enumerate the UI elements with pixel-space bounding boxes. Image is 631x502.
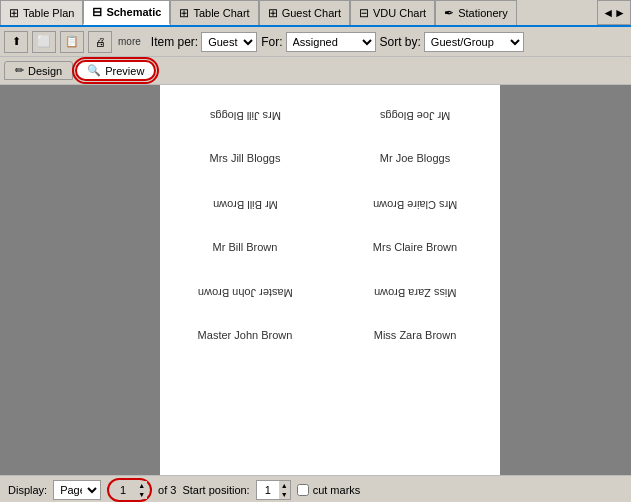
start-position-box: ▲ ▼ <box>256 480 291 500</box>
scroll-left-icon: ◄ <box>602 6 614 20</box>
toolbar-icon-btn-1[interactable]: ⬆ <box>4 31 28 53</box>
tab-spacer <box>517 0 598 25</box>
name-text-1b-normal: Mr Joe Bloggs <box>380 151 450 165</box>
stationery-icon: ✒ <box>444 6 454 20</box>
toolbar-icon-btn-3[interactable]: 📋 <box>60 31 84 53</box>
main-content: Mrs Jill Bloggs Mr Joe Bloggs Mrs Jill B… <box>0 85 631 475</box>
view-tabs-bar: ✏ Design 🔍 Preview <box>0 57 631 85</box>
name-text-1a-flipped: Mrs Jill Bloggs <box>210 109 281 123</box>
tab-preview[interactable]: 🔍 Preview <box>75 60 156 81</box>
start-position-input[interactable] <box>257 481 279 499</box>
vdu-chart-icon: ⊟ <box>359 6 369 20</box>
display-label: Display: <box>8 484 47 496</box>
name-row-3-normal: Master John Brown Miss Zara Brown <box>160 328 500 342</box>
name-row-1-flipped: Mrs Jill Bloggs Mr Joe Bloggs <box>160 109 500 123</box>
print-icon: 🖨 <box>95 36 106 48</box>
side-panel-right <box>500 85 600 475</box>
tab-guest-chart[interactable]: ⊞ Guest Chart <box>259 0 350 25</box>
tab-stationery[interactable]: ✒ Stationery <box>435 0 517 25</box>
start-position-up-button[interactable]: ▲ <box>279 481 290 490</box>
name-card-1a-normal: Mrs Jill Bloggs <box>175 151 315 165</box>
table-chart-icon: ⊞ <box>179 6 189 20</box>
name-card-1b-flipped: Mr Joe Bloggs <box>345 109 485 123</box>
paste-icon: 📋 <box>65 35 79 48</box>
sort-by-select[interactable]: Guest/Group <box>424 32 524 52</box>
save-icon: ⬆ <box>12 35 21 48</box>
tab-vdu-chart[interactable]: ⊟ VDU Chart <box>350 0 435 25</box>
name-text-3a-flipped: Master John Brown <box>198 286 293 300</box>
design-icon: ✏ <box>15 64 24 77</box>
name-text-2b-flipped: Mrs Claire Brown <box>373 198 457 212</box>
name-card-2b-normal: Mrs Claire Brown <box>345 240 485 254</box>
item-per-group: Item per: Guest <box>151 32 257 52</box>
cut-marks-checkbox[interactable] <box>297 484 309 496</box>
tab-table-chart-label: Table Chart <box>193 7 249 19</box>
side-panel-left <box>0 85 160 475</box>
page-of-label: of 3 <box>158 484 176 496</box>
name-card-3b-flipped: Miss Zara Brown <box>345 286 485 300</box>
name-card-3b-normal: Miss Zara Brown <box>345 328 485 342</box>
more-label: more <box>118 36 141 47</box>
name-card-2b-flipped: Mrs Claire Brown <box>345 198 485 212</box>
tab-guest-chart-label: Guest Chart <box>282 7 341 19</box>
guest-chart-icon: ⊞ <box>268 6 278 20</box>
cut-marks-area: cut marks <box>297 484 361 496</box>
start-position-label: Start position: <box>182 484 249 496</box>
tab-preview-label: Preview <box>105 65 144 77</box>
display-select[interactable]: Page <box>53 480 101 500</box>
for-group: For: Assigned <box>261 32 375 52</box>
page-spin-arrows: ▲ ▼ <box>136 481 147 499</box>
preview-icon: 🔍 <box>87 64 101 77</box>
name-row-3-flipped: Master John Brown Miss Zara Brown <box>160 286 500 300</box>
name-row-1-normal: Mrs Jill Bloggs Mr Joe Bloggs <box>160 151 500 165</box>
tab-bar: ⊞ Table Plan ⊟ Schematic ⊞ Table Chart ⊞… <box>0 0 631 27</box>
name-card-1a-flipped: Mrs Jill Bloggs <box>175 109 315 123</box>
toolbar-icon-btn-4[interactable]: 🖨 <box>88 31 112 53</box>
name-text-2b-normal: Mrs Claire Brown <box>373 240 457 254</box>
tab-vdu-chart-label: VDU Chart <box>373 7 426 19</box>
name-text-1b-flipped: Mr Joe Bloggs <box>380 109 450 123</box>
cut-marks-label: cut marks <box>313 484 361 496</box>
name-text-3b-normal: Miss Zara Brown <box>374 328 457 342</box>
name-text-3b-flipped: Miss Zara Brown <box>374 286 457 300</box>
name-card-1b-normal: Mr Joe Bloggs <box>345 151 485 165</box>
name-card-3a-flipped: Master John Brown <box>175 286 315 300</box>
page-number-input[interactable] <box>112 481 134 499</box>
name-card-2a-flipped: Mr Bill Brown <box>175 198 315 212</box>
tab-schematic-label: Schematic <box>106 6 161 18</box>
table-plan-icon: ⊞ <box>9 6 19 20</box>
tab-schematic[interactable]: ⊟ Schematic <box>83 0 170 25</box>
name-text-2a-normal: Mr Bill Brown <box>213 240 278 254</box>
name-text-3a-normal: Master John Brown <box>198 328 293 342</box>
paper-page: Mrs Jill Bloggs Mr Joe Bloggs Mrs Jill B… <box>160 85 500 475</box>
tab-table-chart[interactable]: ⊞ Table Chart <box>170 0 258 25</box>
tab-stationery-label: Stationery <box>458 7 508 19</box>
toolbar: ⬆ ⬜ 📋 🖨 more Item per: Guest For: Assign… <box>0 27 631 57</box>
page-up-button[interactable]: ▲ <box>136 481 147 490</box>
name-text-1a-normal: Mrs Jill Bloggs <box>210 151 281 165</box>
tab-scroll-arrows[interactable]: ◄ ► <box>597 0 631 25</box>
tab-table-plan-label: Table Plan <box>23 7 74 19</box>
for-label: For: <box>261 35 282 49</box>
name-row-2-flipped: Mr Bill Brown Mrs Claire Brown <box>160 198 500 212</box>
item-per-label: Item per: <box>151 35 198 49</box>
item-per-select[interactable]: Guest <box>201 32 257 52</box>
start-position-spin-arrows: ▲ ▼ <box>279 481 290 499</box>
tab-table-plan[interactable]: ⊞ Table Plan <box>0 0 83 25</box>
start-position-down-button[interactable]: ▼ <box>279 490 290 499</box>
name-card-2a-normal: Mr Bill Brown <box>175 240 315 254</box>
scroll-right-icon: ► <box>614 6 626 20</box>
status-bar: Display: Page ▲ ▼ of 3 Start position: ▲… <box>0 475 631 502</box>
schematic-icon: ⊟ <box>92 5 102 19</box>
sort-by-label: Sort by: <box>380 35 421 49</box>
page-down-button[interactable]: ▼ <box>136 490 147 499</box>
page-number-box: ▲ ▼ <box>107 478 152 502</box>
name-text-2a-flipped: Mr Bill Brown <box>213 198 278 212</box>
name-card-3a-normal: Master John Brown <box>175 328 315 342</box>
tab-design-label: Design <box>28 65 62 77</box>
copy-icon: ⬜ <box>37 35 51 48</box>
name-row-2-normal: Mr Bill Brown Mrs Claire Brown <box>160 240 500 254</box>
tab-design[interactable]: ✏ Design <box>4 61 73 80</box>
toolbar-icon-btn-2[interactable]: ⬜ <box>32 31 56 53</box>
for-select[interactable]: Assigned <box>286 32 376 52</box>
